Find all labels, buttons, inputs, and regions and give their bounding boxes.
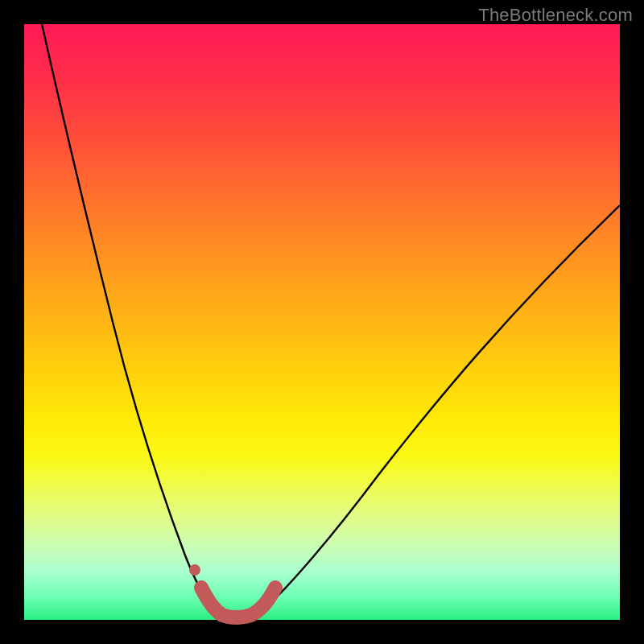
chart-frame: TheBottleneck.com xyxy=(0,0,644,644)
highlight-dot xyxy=(189,564,200,576)
curve-layer xyxy=(24,24,620,620)
plot-area xyxy=(24,24,620,620)
bottleneck-curve xyxy=(42,24,620,617)
watermark-text: TheBottleneck.com xyxy=(478,5,633,26)
highlight-near-min xyxy=(201,588,275,617)
